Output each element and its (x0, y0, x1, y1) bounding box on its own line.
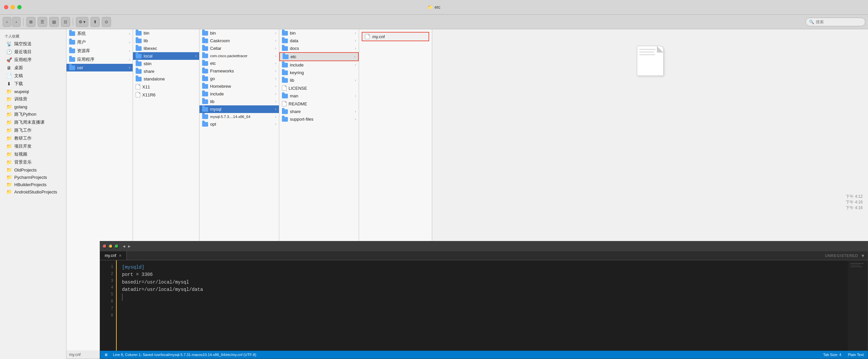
minimap-line (850, 266, 862, 267)
col4-item-share[interactable]: share › (279, 108, 359, 116)
statusbar-right: Tab Size: 4 Plain Text (823, 353, 864, 357)
col2-item-share[interactable]: share (133, 67, 199, 75)
sidebar-item-training[interactable]: 📁 训练营 (1, 95, 65, 103)
col3-item-homebrew[interactable]: Homebrew › (199, 83, 279, 90)
col4-item-etc[interactable]: etc › (279, 52, 359, 61)
file-preview-icon (637, 46, 663, 76)
editor-dropdown-icon[interactable]: ▼ (861, 253, 865, 258)
col3-item-lib[interactable]: lib › (199, 98, 279, 105)
folder-icon-android: 📁 (6, 189, 12, 194)
col4-item-man[interactable]: man › (279, 92, 359, 100)
tab-close-icon[interactable]: ✕ (119, 254, 122, 258)
col3-item-opt[interactable]: opt › (199, 120, 279, 128)
col4-item-license[interactable]: LICENSE (279, 84, 359, 92)
col2-item-sbin[interactable]: sbin (133, 60, 199, 67)
col4-item-keyring[interactable]: keyring (279, 69, 359, 76)
code-editor[interactable]: [mysqld] port = 3306 basedir=/usr/local/… (117, 260, 868, 351)
col2-item-x11r6[interactable]: X11R6 (133, 91, 199, 99)
sidebar-item-hbuilder[interactable]: 📁 HBuilderProjects (1, 181, 65, 188)
sidebar-item-luofei2[interactable]: 📁 路飞周末直播课 (1, 118, 65, 126)
col4-item-lib[interactable]: lib › (279, 76, 359, 84)
col3-item-cisco[interactable]: com.cisco.packettracer › (199, 52, 279, 60)
col1-item-users[interactable]: 用户 › (66, 38, 133, 46)
col2-item-local[interactable]: local › (133, 52, 199, 60)
col4-item-docs[interactable]: docs › (279, 44, 359, 52)
col3-item-bin[interactable]: bin › (199, 29, 279, 37)
folder-icon (136, 38, 142, 43)
action-btn[interactable]: ⚙ ▾ (76, 17, 88, 27)
arrow-icon: › (195, 54, 196, 58)
sidebar-item-documents[interactable]: 📄 文稿 (1, 72, 65, 80)
sidebar-item-wupeiqi[interactable]: 📁 wupeiqi (1, 88, 65, 95)
view-icon-btn[interactable]: ⊞ (26, 17, 36, 27)
col3-item-go[interactable]: go › (199, 75, 279, 83)
col3-item-etc[interactable]: etc › (199, 60, 279, 67)
unreg-badge: UNREGISTERED (825, 254, 858, 258)
col3-item-caskroom[interactable]: Caskroom › (199, 37, 279, 44)
folder-icon-pycharm: 📁 (6, 174, 12, 180)
sidebar-item-luofei3[interactable]: 📁 路飞工作 (1, 126, 65, 134)
sidebar-item-apps[interactable]: 🚀 应用程序 (1, 56, 65, 64)
col5-item-mycnf[interactable]: my.cnf (362, 32, 429, 41)
col3-item-mysql[interactable]: mysql › (199, 105, 279, 113)
editor-statusbar: 🖥 Line 8, Column 1; Saved /usr/local/mys… (100, 351, 868, 359)
view-cover-btn[interactable]: ⊡ (61, 17, 70, 27)
sidebar-item-teaching[interactable]: 📁 教研工作 (1, 134, 65, 142)
sidebar-item-android[interactable]: 📁 AndroidStudioProjects (1, 188, 65, 195)
forward-button[interactable]: › (12, 17, 21, 27)
sidebar-item-bgmusic[interactable]: 📁 背景音乐 (1, 158, 65, 166)
col2-item-lib[interactable]: lib (133, 37, 199, 44)
sidebar-item-golang[interactable]: 📁 golang (1, 103, 65, 110)
share-btn[interactable]: ⬆ (90, 17, 100, 27)
line-num-2: 2 (103, 270, 113, 278)
col4-item-data[interactable]: data › (279, 37, 359, 44)
col1-item-usr[interactable]: usr › (66, 64, 133, 71)
col4-item-include[interactable]: include › (279, 61, 359, 69)
sidebar-item-pycharm[interactable]: 📁 PycharmProjects (1, 173, 65, 181)
col4-item-bin[interactable]: bin › (279, 29, 359, 37)
view-list-btn[interactable]: ☰ (37, 17, 47, 27)
editor-close-button[interactable] (103, 244, 107, 248)
col4-item-readme[interactable]: README (279, 100, 359, 108)
sidebar-item-project[interactable]: 📁 项目开发 (1, 142, 65, 150)
col1-item-system[interactable]: 系统 › (66, 29, 133, 38)
col3-item-mysql2[interactable]: mysql-5.7.3....14-x86_64 › (199, 113, 279, 120)
sidebar-item-remote[interactable]: 📡 隔空投送 (1, 40, 65, 48)
view-column-btn[interactable]: ▤ (49, 17, 59, 27)
col1-item-applications[interactable]: 应用程序 › (66, 55, 133, 64)
col3-item-cellar[interactable]: Cellar › (199, 44, 279, 52)
maximize-button[interactable] (17, 5, 22, 9)
col2-item-standalone[interactable]: standalone (133, 75, 199, 83)
editor-min-button[interactable] (109, 244, 113, 248)
sidebar-item-shortvideo[interactable]: 📁 短视频 (1, 150, 65, 158)
col3-item-frameworks[interactable]: Frameworks › (199, 67, 279, 75)
code-line-3: port = 3306 (122, 271, 862, 278)
folder-icon-luofei2: 📁 (6, 120, 12, 125)
sidebar-item-luofei[interactable]: 📁 路飞Python (1, 110, 65, 118)
minimize-button[interactable] (11, 5, 15, 9)
col3-item-include[interactable]: include › (199, 90, 279, 98)
search-input[interactable] (816, 20, 862, 24)
col4-item-supportfiles[interactable]: support-files › (279, 116, 359, 123)
close-button[interactable] (4, 5, 8, 9)
search-box[interactable]: 🔍 (806, 18, 865, 26)
back-button[interactable]: ‹ (3, 17, 11, 27)
editor-panel: ◄ ► my.cnf ✕ UNREGISTERED ▼ 1 2 3 4 5 6 … (100, 241, 868, 359)
code-line-1: [mysqld] (122, 264, 862, 271)
sidebar-item-recent[interactable]: 🕐 最近项目 (1, 48, 65, 56)
col2-item-x11[interactable]: X11 (133, 83, 199, 91)
editor-titlebar: ◄ ► (100, 241, 868, 251)
col2-item-bin[interactable]: bin (133, 29, 199, 37)
editor-tab-mycnf[interactable]: my.cnf ✕ (100, 251, 127, 260)
tags-btn[interactable]: ⊙ (102, 17, 111, 27)
folder-icon-hbuilder: 📁 (6, 182, 12, 187)
sidebar-item-downloads[interactable]: ⬇ 下载 (1, 80, 65, 88)
separator (23, 18, 24, 26)
col2-item-libexec[interactable]: libexec (133, 44, 199, 52)
editor-max-button[interactable] (115, 244, 119, 248)
folder-icon (202, 31, 208, 36)
col1-item-library[interactable]: 资源库 › (66, 46, 133, 55)
sidebar-item-desktop[interactable]: 🖥 桌面 (1, 64, 65, 72)
sidebar-item-oldprojects[interactable]: 📁 OldProjects (1, 166, 65, 173)
folder-icon-wupeiqi: 📁 (6, 89, 12, 94)
